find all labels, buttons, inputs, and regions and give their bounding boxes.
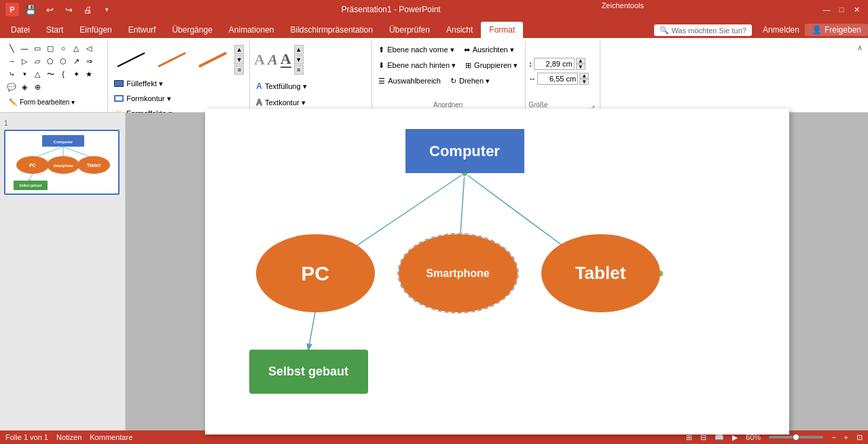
height-spin-down[interactable]: ▼ [576,64,585,70]
shape-star[interactable]: ✦ [70,68,82,80]
form-bearbeiten-button[interactable]: ✏️ Form bearbeiten ▾ [5,94,78,109]
shapes-scroll-up[interactable]: ▲ ▼ ≡ [234,45,244,75]
qat-redo[interactable]: ↪ [61,2,76,17]
tab-datei[interactable]: Datei [3,22,38,38]
ebene-hinten-button[interactable]: ⬇ Ebene nach hinten ▾ [375,58,459,73]
computer-shape[interactable]: Computer [405,129,524,173]
qat-undo[interactable]: ↩ [42,2,57,17]
gruppieren-button[interactable]: ⊞ Gruppieren ▾ [462,58,521,73]
tablet-shape[interactable]: Tablet [541,234,660,312]
shape-arrow4[interactable]: ⤷ [5,68,18,80]
tab-start[interactable]: Start [38,22,71,38]
shape-pentagon[interactable]: ⬠ [44,55,56,67]
svg-line-5 [33,147,63,158]
wordart-samples: A A A ▲ ▼ ≡ [253,42,304,77]
notes-button[interactable]: Notizen [56,433,82,441]
shape-wave[interactable]: 〜 [44,68,56,80]
shape-rounded-rect[interactable]: ▢ [44,42,56,54]
zoom-slider[interactable] [769,436,823,439]
shape-tri3[interactable]: △ [31,68,43,80]
signin-button[interactable]: Anmelden [757,24,805,36]
shape-misc1[interactable]: ◈ [18,81,31,93]
line-preview-1[interactable] [112,48,150,72]
shape-arrow[interactable]: → [5,55,18,67]
ribbon-group-wordart: A A A ▲ ▼ ≡ A Textfüllung ▾ A Textkontur… [250,41,372,112]
shape-star2[interactable]: ★ [83,68,95,80]
slide-thumbnail-1[interactable]: Computer PC Smartphone Tablet Selbst geb… [4,130,120,195]
width-input[interactable] [537,73,578,85]
height-input[interactable] [534,58,575,70]
share-button[interactable]: 👤 Freigeben [805,24,868,36]
tab-animationen[interactable]: Animationen [221,22,283,38]
shape-speech[interactable]: 💬 [5,81,18,93]
wordart-scroll-up[interactable]: ▲ [294,45,304,54]
smartphone-shape[interactable]: Smartphone [399,234,518,312]
wordart-sample-3[interactable]: A [281,52,291,68]
search-box[interactable]: 🔍 Was möchten Sie tun? [654,24,752,36]
shape-arrow2[interactable]: ↗ [70,55,82,67]
tab-entwurf[interactable]: Entwurf [120,22,164,38]
fit-button[interactable]: ⊡ [856,433,863,442]
tab-einfuegen[interactable]: Einfügen [71,22,120,38]
maximize-button[interactable]: □ [835,3,848,16]
drehen-button[interactable]: ↻ Drehen ▾ [447,73,493,88]
line-preview-3[interactable] [194,48,232,72]
shapes-scroll-down[interactable]: ▼ [234,55,244,64]
minimize-button[interactable]: — [820,3,833,16]
selbst-gebaut-shape[interactable]: Selbst gebaut [249,350,368,394]
wordart-scroll-down[interactable]: ▼ [294,55,304,64]
width-row: ↔ ▲ ▼ [528,73,589,85]
formkontur-button[interactable]: Formkontur ▾ [111,91,174,106]
ribbon-group-groesse: ↕ ▲ ▼ ↔ ▲ ▼ Größe ↗ [526,41,600,112]
wordart-dropdown[interactable]: ≡ [294,65,304,75]
tab-format[interactable]: Format [481,22,523,38]
shape-iso-triangle[interactable]: ◁ [83,42,95,54]
qat-dropdown[interactable]: ▾ [99,2,114,17]
shape-line2[interactable]: — [18,42,31,54]
window-title: Präsentation1 - PowerPoint [342,5,527,14]
line-preview-2[interactable] [153,48,191,72]
qat-print-preview[interactable]: 🖨 [80,2,95,17]
zoom-in-button[interactable]: + [844,433,848,441]
width-spin-up[interactable]: ▲ [579,73,589,79]
width-icon: ↔ [528,75,536,83]
shape-misc2[interactable]: ⊕ [31,81,43,93]
width-spinners: ▲ ▼ [579,73,589,85]
svg-line-21 [308,312,315,350]
auswahlbereich-button[interactable]: ☰ Auswahlbereich [375,73,444,88]
pc-shape[interactable]: PC [256,234,375,312]
tab-bildschirm[interactable]: Bildschirmpräsentation [283,22,381,38]
tab-ueberpruefen[interactable]: Überprüfen [381,22,438,38]
shape-circle[interactable]: ○ [57,42,69,54]
text-fill-button[interactable]: A Textfüllung ▾ [253,79,310,94]
shape-arrow3[interactable]: ⇒ [83,55,95,67]
zoom-out-button[interactable]: − [831,433,835,441]
text-outline-button[interactable]: A Textkontur ▾ [253,95,308,110]
shape-parallelogram[interactable]: ▱ [31,55,43,67]
tab-ansicht[interactable]: Ansicht [438,22,481,38]
ausrichten-button[interactable]: ⬌ Ausrichten ▾ [460,42,518,57]
shape-rect[interactable]: ▭ [31,42,43,54]
collapse-ribbon-button[interactable]: ∧ [854,41,865,55]
wordart-sample-1[interactable]: A [254,52,265,67]
comments-button[interactable]: Kommentare [90,433,132,441]
shapes-dropdown[interactable]: ≡ [234,65,244,75]
shape-line[interactable]: ╲ [5,42,18,54]
fuelleffekt-button[interactable]: Fülleffekt ▾ [111,76,166,91]
shape-tri2[interactable]: ▷ [18,55,31,67]
shape-scroll[interactable]: ▾ [18,68,31,80]
ebene-vorne-button[interactable]: ⬆ Ebene nach vorne ▾ [375,42,457,57]
wordart-sample-2[interactable]: A [268,52,278,67]
ribbon-group-formenarten: ▲ ▼ ≡ Fülleffekt ▾ Formkontur ▾ ✨ Formef… [108,41,250,112]
height-icon: ↕ [528,60,532,68]
tab-uebergaenge[interactable]: Übergänge [164,22,220,38]
outline-icon [114,95,124,102]
shape-hex[interactable]: ⬡ [57,55,69,67]
close-button[interactable]: ✕ [850,3,863,16]
height-spin-up[interactable]: ▲ [576,58,585,64]
width-spin-down[interactable]: ▼ [579,79,589,85]
qat-save[interactable]: 💾 [23,2,38,17]
shape-right-triangle[interactable]: △ [70,42,82,54]
slide-canvas[interactable]: Computer PC Smartphone Tablet Selbst geb… [205,109,789,434]
shape-brace[interactable]: { [57,68,69,80]
